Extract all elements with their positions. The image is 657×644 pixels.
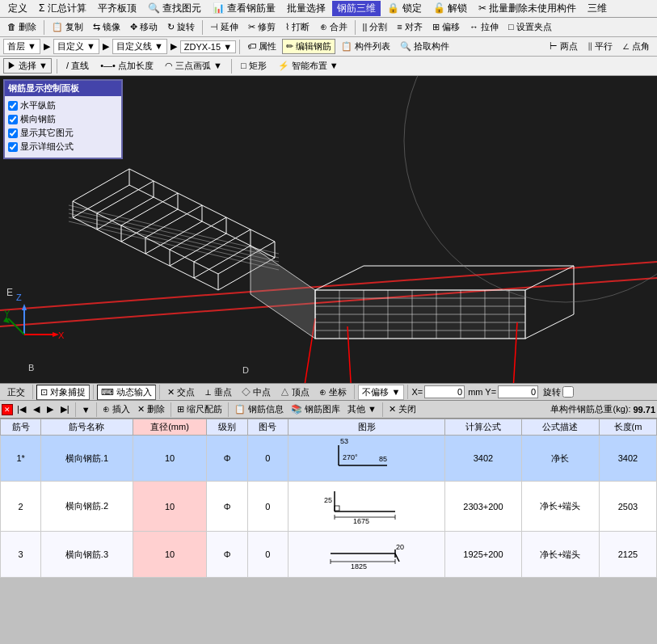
cell-length-2: 2503 [599,482,656,532]
btn-align[interactable]: ≡ 对齐 [393,19,426,35]
btn-nav-next[interactable]: ▶ [44,402,57,416]
btn-insert[interactable]: ⊕ 插入 [99,402,133,417]
btn-pointlen[interactable]: •—• 点加长度 [96,58,158,74]
btn-nav-last[interactable]: ▶| [57,402,73,416]
menu-define[interactable]: 定义 [3,0,32,17]
checkbox-lateral[interactable]: 横向钢筋 [8,113,118,125]
svg-text:1825: 1825 [351,562,367,570]
btn-arc3pt[interactable]: ◠ 三点画弧 ▼ [161,58,226,74]
fig-svg-3: 1825 20 [322,533,411,574]
menu-batchselect[interactable]: 批量选择 [282,0,331,17]
menu-viewrebar[interactable]: 📊 查看钢筋量 [208,0,280,17]
btn-pointangle[interactable]: ∠ 点角 [618,39,654,54]
btn-toppoint[interactable]: △ 顶点 [276,385,314,400]
rebar-table-area: 筋号 筋号名称 直径(mm) 级别 图号 图形 计算公式 公式描述 长度(m 1… [0,419,657,578]
rotate-checkbox[interactable] [562,386,574,398]
btn-complist[interactable]: 📋 构件列表 [337,39,394,54]
btn-others[interactable]: 其他 ▼ [344,402,380,417]
btn-parallel[interactable]: ∥ 平行 [583,39,617,54]
fig-svg-1: 53 270° 85 [322,437,411,478]
layer-dropdown[interactable]: 首层 ▼ [3,39,40,54]
btn-props[interactable]: 🏷 属性 [243,39,280,54]
sep6 [231,59,232,74]
btn-rebarlibrary[interactable]: 📚 钢筋图库 [288,402,343,417]
cell-desc-1: 净长 [521,436,599,482]
btn-stretch[interactable]: ↔ 拉伸 [465,19,503,35]
menu-unlock[interactable]: 🔓 解锁 [428,0,472,17]
svg-text:270°: 270° [343,453,358,461]
btn-closepanel[interactable]: ✕ 关闭 [385,402,419,417]
cb-lateral-label: 横向钢筋 [20,113,56,125]
toolbar-draw: ▶ 选择 ▼ / 直线 •—• 点加长度 ◠ 三点画弧 ▼ □ 矩形 ⚡ 智能布… [0,57,657,76]
cb-detail[interactable] [8,142,18,152]
btn-extend[interactable]: ⊣ 延伸 [206,19,242,35]
checkbox-hv[interactable]: 水平纵筋 [8,99,118,112]
checkbox-other[interactable]: 显示其它图元 [8,127,118,139]
btn-scalerebar[interactable]: ⊞ 缩尺配筋 [174,402,225,417]
btn-merge[interactable]: ⊕ 合并 [316,19,352,35]
btn-nav-prev[interactable]: ◀ [30,402,43,416]
cell-desc-3: 净长+端头 [521,532,599,578]
menu-3d[interactable]: 三维 [583,0,612,17]
table-row[interactable]: 1* 横向钢筋.1 10 Φ 0 53 270° 85 3402 净长 [1,436,657,482]
btn-nav-down[interactable]: ▼ [78,403,94,416]
cell-diam-2: 10 [133,482,207,532]
btn-dyninput[interactable]: ⌨ 动态输入 [97,385,156,400]
btn-perpend[interactable]: ⊥ 垂点 [200,385,236,400]
btn-pickcomp[interactable]: 🔍 拾取构件 [396,39,453,54]
btn-intersection[interactable]: ✕ 交点 [163,385,199,400]
offset-dropdown[interactable]: 不偏移 ▼ [358,385,404,400]
sep5 [57,59,57,74]
y-input[interactable] [498,385,538,398]
cb-hvbar[interactable] [8,101,18,111]
btn-rebarinfo[interactable]: 📋 钢筋信息 [231,402,287,417]
menu-sum[interactable]: Σ 汇总计算 [34,0,91,17]
table-row[interactable]: 2 横向钢筋.2 10 Φ 0 1675 25 [1,482,657,532]
btn-editrebar[interactable]: ✏ 编辑钢筋 [282,39,335,54]
btn-rect[interactable]: □ 矩形 [237,58,271,74]
btn-delete[interactable]: 🗑 删除 [3,19,40,35]
checkbox-detail[interactable]: 显示详细公式 [8,141,118,153]
sep-s2 [93,385,94,399]
btn-copy[interactable]: 📋 复制 [48,19,87,35]
btn-nav-first[interactable]: |◀ [14,402,29,416]
sep-a4 [228,402,229,417]
menu-batchdel[interactable]: ✂ 批量删除未使用构件 [474,0,581,17]
cb-lateral[interactable] [8,115,18,124]
th-fignum: 图号 [247,419,288,436]
btn-midpoint[interactable]: ◇ 中点 [238,385,275,400]
menu-findfig[interactable]: 🔍 查找图元 [143,0,206,17]
btn-trim[interactable]: ✂ 修剪 [244,19,280,35]
th-grade: 级别 [207,419,247,436]
sep-a2 [96,402,97,417]
menu-levelboard[interactable]: 平齐板顶 [93,0,141,17]
sep-a3 [171,402,171,417]
btn-split[interactable]: || 分割 [359,19,392,35]
btn-del[interactable]: ✕ 删除 [134,402,168,417]
btn-move[interactable]: ✥ 移动 [126,19,162,35]
code-dropdown[interactable]: ZDYX-15 ▼ [180,40,236,53]
x-input[interactable] [424,385,465,398]
btn-select[interactable]: ▶ 选择 ▼ [3,58,52,74]
btn-mirror[interactable]: ⇆ 镜像 [89,19,124,35]
menu-rebar3d[interactable]: 钢筋三维 [332,1,381,16]
cell-formula-1: 3402 [445,436,521,482]
btn-snap[interactable]: ⊡ 对象捕捉 [36,385,90,400]
btn-rotate[interactable]: ↻ 旋转 [163,19,199,35]
btn-smartplace[interactable]: ⚡ 智能布置 ▼ [274,58,343,74]
customline-dropdown[interactable]: 目定义线 ▼ [112,39,167,54]
table-row[interactable]: 3 横向钢筋.3 10 Φ 0 1825 [1,532,657,578]
cb-other[interactable] [8,128,18,138]
btn-twopoint[interactable]: ⊢ 两点 [545,39,582,54]
action-toolbar: ✕ |◀ ◀ ▶ ▶| ▼ ⊕ 插入 ✕ 删除 ⊞ 缩尺配筋 📋 钢筋信息 📚 … [0,401,657,419]
btn-break[interactable]: ⌇ 打断 [281,19,314,35]
btn-line[interactable]: / 直线 [62,58,93,74]
btn-ortho[interactable]: 正交 [3,385,29,400]
menu-lock[interactable]: 🔒 锁定 [382,0,426,17]
btn-coord[interactable]: ⊕ 坐标 [315,385,351,400]
th-length: 长度(m [599,419,656,436]
btn-setgrip[interactable]: □ 设置夹点 [504,19,556,35]
btn-offset[interactable]: ⊞ 偏移 [428,19,464,35]
close-x-btn[interactable]: ✕ [2,404,13,415]
customlayer-dropdown[interactable]: 目定义 ▼ [53,39,99,54]
